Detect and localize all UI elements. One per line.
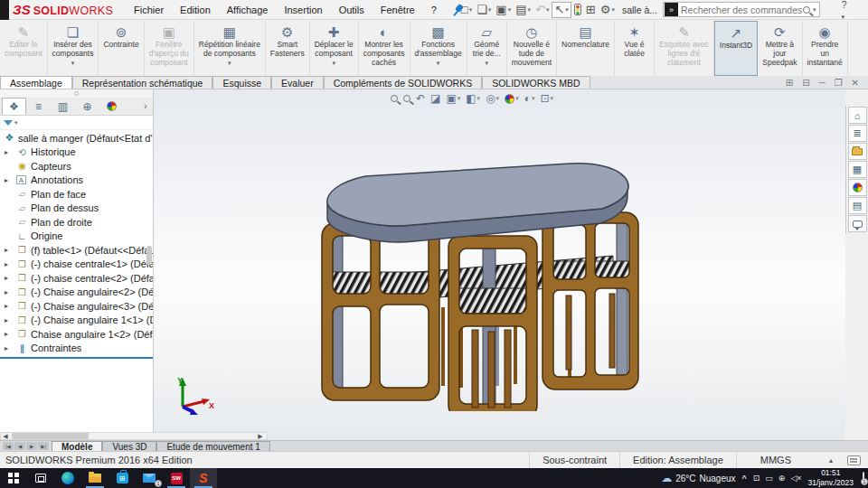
view-palette-tab[interactable]: ▦ bbox=[848, 161, 867, 178]
ribbon-button[interactable]: ✎ Editer le composant ▾ bbox=[0, 21, 48, 76]
rebuild-button[interactable] bbox=[572, 3, 583, 16]
minimize-button[interactable]: ─ bbox=[862, 3, 868, 17]
chevron-down-icon[interactable]: ▾ bbox=[488, 4, 492, 16]
tree-filter[interactable]: ▾ bbox=[0, 116, 153, 130]
battery-tray-icon[interactable]: ▭ bbox=[765, 474, 773, 483]
ribbon-button[interactable]: ◷ Nouvelle é tude de mouvement ▾ bbox=[507, 21, 557, 76]
chevron-right-icon[interactable]: › bbox=[138, 98, 153, 115]
tree-item[interactable]: ▸ ❒ (-) Chaise angulaire<3> (Défaut<<D bbox=[0, 299, 153, 314]
ribbon-button[interactable]: ⟳ Mettre à jour Speedpak ▾ bbox=[758, 21, 802, 76]
unit-system[interactable]: MMGS bbox=[736, 452, 815, 468]
ribbon-button[interactable]: ◐ Montrer les composants cachés ▾ bbox=[359, 21, 410, 76]
tree-item[interactable]: ▸ ❒ (-) chaise centrale<2> (Défaut<<Dé bbox=[0, 271, 153, 286]
notification-center-button[interactable]: 1 bbox=[860, 473, 864, 483]
search-input[interactable] bbox=[681, 5, 803, 15]
model-view-tab[interactable]: Vues 3D bbox=[102, 441, 156, 451]
home-tab[interactable]: ⌂ bbox=[848, 107, 867, 124]
tray-overflow-button[interactable]: ^ bbox=[742, 474, 747, 483]
undo-button[interactable]: ↶▾ bbox=[533, 3, 551, 17]
chevron-down-icon[interactable]: ▾ bbox=[71, 60, 75, 67]
expand-arrow-icon[interactable]: ▸ bbox=[5, 344, 8, 352]
file-properties-button[interactable]: ⊞ bbox=[584, 3, 598, 17]
tree-item[interactable]: ▸ ◉ Capteurs bbox=[0, 159, 153, 174]
chevron-down-icon[interactable]: ▾ bbox=[332, 60, 335, 67]
tree-item[interactable]: ▸ ❒ (f) table<1> (Défaut<<Défaut>_Etat bbox=[0, 243, 153, 258]
menu-item[interactable]: ? bbox=[423, 2, 445, 18]
next-window-icon[interactable]: ⊟ bbox=[798, 78, 813, 88]
edit-appearance-button[interactable]: ▾ bbox=[505, 94, 519, 104]
ribbon-button[interactable]: ▣ Fenêtre d'aperçu du composant ▾ bbox=[145, 21, 194, 76]
chevron-down-icon[interactable]: ▾ bbox=[437, 60, 440, 67]
doc-restore-button[interactable]: ❐ bbox=[831, 78, 846, 88]
tree-item[interactable]: ▸ ❒ (-) chaise centrale<1> (Défaut<<Dé bbox=[0, 258, 153, 272]
ribbon-button[interactable]: ⊚ Contrainte ▾ bbox=[99, 21, 144, 76]
tree-item[interactable]: ▸ ▱ Plan de face bbox=[0, 187, 153, 202]
task-view-button[interactable] bbox=[27, 468, 54, 488]
view-settings-button[interactable]: ⊡▾ bbox=[540, 92, 553, 105]
microsoft-store-button[interactable]: ⊞ bbox=[108, 468, 136, 488]
taskbar-clock[interactable]: 01:51 31/janv./2023 bbox=[808, 468, 854, 487]
menu-item[interactable]: Edition bbox=[172, 2, 219, 18]
expand-arrow-icon[interactable]: ▸ bbox=[5, 316, 8, 324]
design-library-tab[interactable] bbox=[848, 143, 867, 160]
dimxpert-manager-tab[interactable]: ⊕ bbox=[75, 98, 99, 115]
file-explorer-button[interactable] bbox=[81, 468, 108, 488]
solidworks-forum-tab[interactable] bbox=[848, 215, 867, 232]
hide-show-items-button[interactable]: ◎▾ bbox=[486, 92, 499, 105]
graphics-viewport[interactable]: ↶ ◪ ▣▾ ◧▾ ◎▾ ▾ ◐▾ ⊡▾ bbox=[154, 89, 845, 440]
sw-resources-tab[interactable]: ≣ bbox=[848, 125, 867, 142]
custom-properties-tab[interactable]: ▤ bbox=[848, 197, 867, 214]
menu-item[interactable]: Insertion bbox=[276, 2, 330, 18]
command-manager-tab[interactable]: Evaluer bbox=[271, 76, 324, 89]
open-document-button[interactable]: ❏▾ bbox=[475, 3, 493, 17]
previous-tab-button[interactable]: ◀ bbox=[14, 442, 25, 450]
feature-manager-tab[interactable]: ❖ bbox=[2, 98, 26, 115]
panel-splitter-handle[interactable] bbox=[0, 89, 153, 98]
ribbon-button[interactable]: ✚ Déplacer le composant ▾ bbox=[310, 21, 359, 76]
tree-item[interactable]: ▸ ▱ Plan de droite bbox=[0, 215, 153, 230]
menu-item[interactable]: Fenêtre bbox=[373, 2, 423, 18]
command-manager-tab[interactable]: Esquisse bbox=[212, 76, 271, 89]
first-tab-button[interactable]: |◀ bbox=[3, 442, 14, 450]
tree-item[interactable]: ▸ ❒ (-) Chaise angulaire<2> (Défaut<<D bbox=[0, 286, 153, 300]
save-button[interactable]: ▣▾ bbox=[494, 3, 513, 17]
tree-split-bar[interactable] bbox=[0, 357, 153, 359]
chevron-down-icon[interactable]: ▾ bbox=[485, 60, 488, 67]
volume-muted-icon[interactable]: ◁× bbox=[790, 474, 801, 483]
menu-item[interactable]: Affichage bbox=[219, 2, 277, 18]
quick-tips-icon[interactable] bbox=[847, 455, 861, 465]
tree-root-assembly[interactable]: ❖ salle à manger (Défaut<Etat d'affichag… bbox=[0, 131, 153, 145]
ribbon-button[interactable]: ◉ Prendre un instantané ▾ bbox=[803, 21, 848, 76]
scroll-left-icon[interactable]: ◀ bbox=[1, 433, 10, 439]
ribbon-button[interactable]: ✎ Esquisse avec lignes d'é clatement ▾ bbox=[655, 21, 714, 76]
expand-arrow-icon[interactable]: ▸ bbox=[5, 246, 8, 254]
display-manager-tab[interactable] bbox=[99, 98, 124, 115]
ribbon-button[interactable]: ↗ Instant3D ▾ bbox=[714, 21, 758, 76]
previous-window-icon[interactable]: ⊞ bbox=[782, 78, 797, 88]
chevron-down-icon[interactable]: ▾ bbox=[565, 4, 569, 16]
menu-item[interactable]: Fichier bbox=[126, 2, 172, 18]
view-orientation-button[interactable]: ▣▾ bbox=[446, 92, 460, 105]
expand-arrow-icon[interactable]: ▸ bbox=[5, 330, 8, 338]
mail-button[interactable]: 1 bbox=[136, 468, 163, 488]
chevron-up-icon[interactable]: ▴ bbox=[815, 456, 847, 465]
chevron-down-icon[interactable]: ▾ bbox=[546, 4, 550, 16]
expand-arrow-icon[interactable]: ▸ bbox=[5, 148, 8, 156]
print-button[interactable]: ▤▾ bbox=[514, 3, 533, 17]
section-view-button[interactable]: ◪ bbox=[430, 92, 440, 105]
tree-item[interactable]: ▸ ⟲ Historique bbox=[0, 145, 153, 160]
ribbon-button[interactable]: ⚙ Smart Fasteners ▾ bbox=[266, 21, 310, 76]
weather-widget[interactable]: ☁ 26°C Nuageux bbox=[661, 472, 735, 484]
display-tray-icon[interactable]: ⊡ bbox=[753, 474, 760, 483]
tree-item[interactable]: ▸ ❒ Chaise angulaire 1<2> (Défaut<<D bbox=[0, 327, 153, 342]
assembly-3d-model[interactable] bbox=[306, 140, 649, 411]
command-manager-tab[interactable]: Représentation schématique bbox=[72, 76, 213, 89]
ribbon-button[interactable]: ▦ Répétition linéaire de composants ▾ bbox=[194, 21, 266, 76]
scroll-right-icon[interactable]: ▶ bbox=[256, 433, 265, 439]
configuration-manager-tab[interactable]: ▥ bbox=[51, 98, 75, 115]
expand-arrow-icon[interactable]: ▸ bbox=[5, 288, 8, 296]
solidworks-launcher-button[interactable]: SW bbox=[163, 468, 190, 488]
tree-item[interactable]: ▸ ▱ Plan de dessus bbox=[0, 202, 153, 216]
ribbon-button[interactable]: ▤ Nomenclature ▾ bbox=[557, 21, 615, 76]
zoom-to-fit-button[interactable] bbox=[391, 95, 398, 102]
